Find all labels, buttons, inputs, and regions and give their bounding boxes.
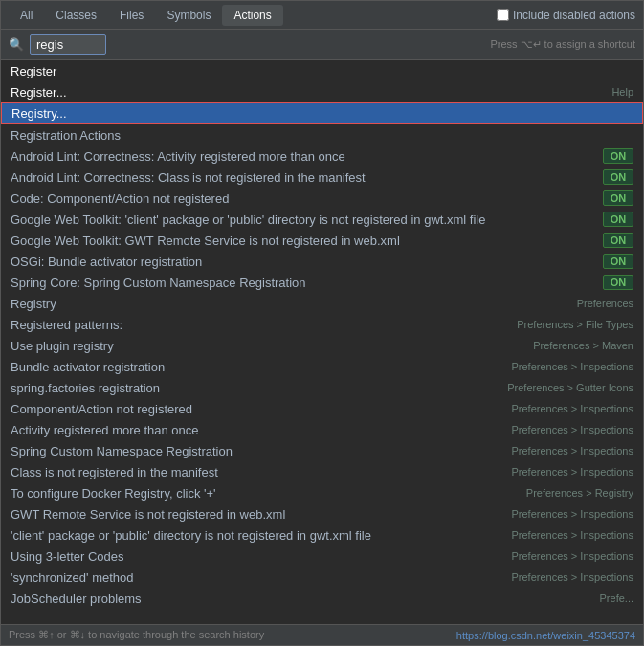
item-right: Preferences > Inspections	[512, 571, 634, 583]
item-name: Use plugin registry	[11, 339, 525, 353]
item-name: OSGi: Bundle activator registration	[11, 255, 603, 269]
item-name: spring.factories registration	[11, 381, 500, 395]
item-right: Preferences > Inspections	[512, 466, 634, 478]
search-bar: 🔍 Press ⌥↵ to assign a shortcut	[1, 30, 643, 60]
tab-symbols[interactable]: Symbols	[155, 5, 222, 26]
list-item[interactable]: Spring Custom Namespace Registration Pre…	[1, 440, 643, 461]
item-right: Preferences > Maven	[533, 340, 633, 351]
item-name: To configure Docker Registry, click '+'	[11, 486, 519, 501]
badge-on: ON	[603, 212, 633, 227]
item-name: Registry	[11, 297, 569, 311]
item-help: Help	[611, 86, 633, 98]
item-name: 'client' package or 'public' directory i…	[11, 528, 504, 543]
footer: Press ⌘↑ or ⌘↓ to navigate through the s…	[1, 624, 643, 645]
item-right: Prefe...	[600, 592, 633, 604]
item-right: Preferences > Inspections	[512, 508, 634, 520]
item-right: Preferences > Inspections	[512, 403, 634, 414]
item-name: Component/Action not registered	[11, 402, 504, 416]
list-item[interactable]: OSGi: Bundle activator registration ON	[1, 251, 643, 272]
item-right: Preferences > Inspections	[512, 445, 634, 457]
badge-on: ON	[603, 254, 633, 269]
tab-classes[interactable]: Classes	[44, 5, 108, 26]
list-item[interactable]: Bundle activator registration Preference…	[1, 356, 643, 377]
list-item[interactable]: Android Lint: Correctness: Class is not …	[1, 167, 643, 188]
list-item[interactable]: Code: Component/Action not registered ON	[1, 188, 643, 209]
item-right: Preferences > Inspections	[512, 550, 634, 562]
tab-files[interactable]: Files	[108, 5, 155, 26]
item-right: Preferences > Inspections	[512, 529, 634, 541]
item-name: Registry...	[11, 106, 633, 121]
item-name: Android Lint: Correctness: Activity regi…	[11, 149, 603, 164]
list-item[interactable]: Android Lint: Correctness: Activity regi…	[1, 145, 643, 167]
footer-url: https://blog.csdn.net/weixin_45345374	[456, 630, 635, 641]
item-right: Preferences > Inspections	[512, 361, 634, 372]
item-name: Google Web Toolkit: GWT Remote Service i…	[11, 234, 603, 248]
item-name: Bundle activator registration	[11, 360, 504, 374]
include-disabled-label[interactable]: Include disabled actions	[497, 9, 635, 22]
list-item[interactable]: 'synchronized' method Preferences > Insp…	[1, 567, 643, 588]
item-right: Preferences > Inspections	[512, 424, 634, 435]
include-disabled-checkbox[interactable]	[497, 9, 509, 21]
list-item[interactable]: 'client' package or 'public' directory i…	[1, 524, 643, 546]
footer-hint: Press ⌘↑ or ⌘↓ to navigate through the s…	[9, 629, 264, 641]
item-name: 'synchronized' method	[11, 570, 504, 585]
item-right: Preferences > File Types	[517, 319, 633, 330]
search-hint: Press ⌥↵ to assign a shortcut	[490, 38, 635, 51]
search-input[interactable]	[30, 34, 106, 55]
list-item[interactable]: JobScheduler problems Prefe...	[1, 588, 643, 609]
list-item[interactable]: Use plugin registry Preferences > Maven	[1, 335, 643, 356]
badge-on: ON	[603, 190, 633, 206]
item-name: Google Web Toolkit: 'client' package or …	[11, 212, 603, 227]
results-list: Register Register... Help Registry... Re…	[1, 60, 643, 624]
list-item[interactable]: Activity registered more than once Prefe…	[1, 419, 643, 440]
item-name: Android Lint: Correctness: Class is not …	[11, 170, 603, 185]
item-right: Preferences > Registry	[526, 487, 633, 499]
list-item[interactable]: Class is not registered in the manifest …	[1, 461, 643, 482]
list-item[interactable]: Google Web Toolkit: 'client' package or …	[1, 209, 643, 230]
list-item[interactable]: Register... Help	[1, 81, 643, 102]
main-container: All Classes Files Symbols Actions Includ…	[0, 0, 644, 646]
item-name: JobScheduler problems	[11, 591, 592, 606]
include-disabled-text: Include disabled actions	[513, 9, 635, 22]
badge-on: ON	[603, 148, 633, 164]
tabs-bar: All Classes Files Symbols Actions Includ…	[1, 1, 643, 30]
item-name: Spring Core: Spring Custom Namespace Reg…	[11, 276, 603, 290]
item-name: Register	[11, 64, 633, 78]
item-name: Spring Custom Namespace Registration	[11, 444, 504, 458]
item-name: GWT Remote Service is not registered in …	[11, 507, 504, 522]
list-item[interactable]: Register	[1, 60, 643, 81]
tab-all[interactable]: All	[9, 5, 44, 26]
item-name: Registration Actions	[11, 128, 633, 143]
list-item[interactable]: spring.factories registration Preference…	[1, 377, 643, 398]
list-item[interactable]: Spring Core: Spring Custom Namespace Reg…	[1, 272, 643, 293]
item-name: Register...	[11, 85, 611, 100]
item-name: Activity registered more than once	[11, 423, 504, 437]
list-item[interactable]: Component/Action not registered Preferen…	[1, 398, 643, 419]
item-name: Class is not registered in the manifest	[11, 465, 504, 479]
list-item[interactable]: GWT Remote Service is not registered in …	[1, 503, 643, 524]
item-name: Registered patterns:	[11, 318, 509, 332]
tabs-right: Include disabled actions	[497, 9, 635, 22]
search-icon: 🔍	[9, 37, 24, 52]
badge-on: ON	[603, 275, 633, 290]
item-right: Preferences > Gutter Icons	[507, 382, 633, 393]
list-item-registry[interactable]: Registry...	[1, 102, 643, 124]
list-item[interactable]: Registry Preferences	[1, 293, 643, 314]
list-item[interactable]: Registration Actions	[1, 124, 643, 145]
list-item[interactable]: To configure Docker Registry, click '+' …	[1, 482, 643, 503]
badge-on: ON	[603, 169, 633, 185]
item-name: Using 3-letter Codes	[11, 549, 504, 564]
badge-on: ON	[603, 233, 633, 248]
list-item[interactable]: Registered patterns: Preferences > File …	[1, 314, 643, 335]
tab-actions[interactable]: Actions	[222, 5, 282, 26]
item-name: Code: Component/Action not registered	[11, 191, 603, 206]
item-right: Preferences	[577, 298, 633, 309]
list-item[interactable]: Using 3-letter Codes Preferences > Inspe…	[1, 546, 643, 567]
list-item[interactable]: Google Web Toolkit: GWT Remote Service i…	[1, 230, 643, 251]
